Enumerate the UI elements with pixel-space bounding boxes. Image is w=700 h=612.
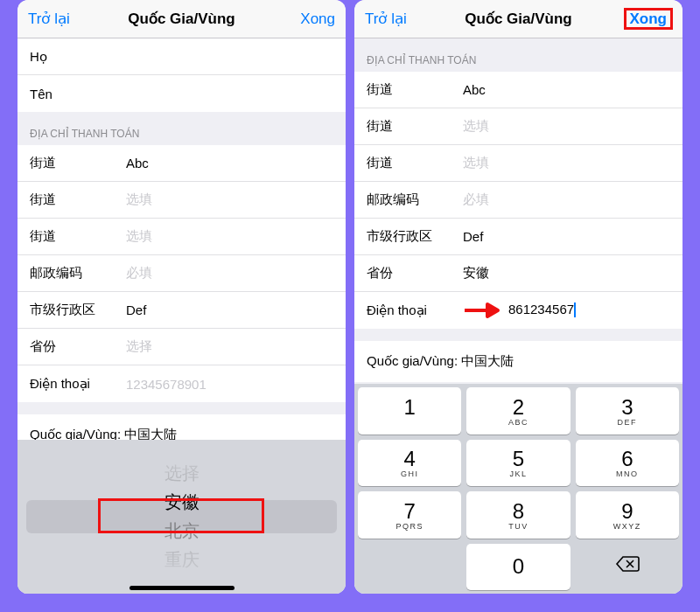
row-street3[interactable]: 街道选填 [18,219,346,255]
row-phone[interactable]: Điện thoại12345678901 [18,365,346,402]
nav-title: Quốc Gia/Vùng [465,10,571,28]
backspace-icon [615,555,640,578]
row-street1[interactable]: 街道Abc [18,145,346,182]
row-postal[interactable]: 邮政编码必填 [354,182,682,219]
row-firstname[interactable]: Tên [18,75,346,112]
numeric-keypad: 1 2ABC 3DEF 4GHI 5JKL 6MNO 7PQRS 8TUV 9W… [354,384,682,594]
row-city[interactable]: 市级行政区Def [354,219,682,255]
text-cursor [574,303,576,317]
province-picker[interactable]: 选择 安徽 北京 重庆 [18,440,346,594]
key-5[interactable]: 5JKL [466,440,570,487]
row-street3[interactable]: 街道选填 [354,145,682,182]
phone-right: Trở lại Quốc Gia/Vùng Xong ĐỊA CHỈ THANH… [354,0,682,594]
country-line[interactable]: Quốc gia/Vùng: 中国大陆 [354,341,682,382]
home-indicator[interactable] [130,586,234,590]
nav-back[interactable]: Trở lại [365,10,417,28]
row-province[interactable]: 省份安徽 [354,255,682,292]
key-2[interactable]: 2ABC [466,387,570,435]
nav-done[interactable]: Xong [283,10,335,28]
key-blank [358,544,461,591]
nav-title: Quốc Gia/Vùng [128,10,234,28]
nav-done[interactable]: Xong [620,10,672,28]
picker-item[interactable]: 重庆 [164,548,200,572]
row-lastname[interactable]: Họ [18,38,346,75]
nav-back[interactable]: Trở lại [28,10,80,28]
row-street2[interactable]: 街道选填 [18,182,346,219]
section-billing: ĐỊA CHỈ THANH TOÁN [18,112,346,145]
key-0[interactable]: 0 [466,544,570,591]
row-phone[interactable]: Điện thoại 861234567 [354,292,682,329]
key-backspace[interactable] [576,544,679,591]
key-8[interactable]: 8TUV [466,491,570,539]
key-4[interactable]: 4GHI [358,440,461,487]
picker-item[interactable]: 选择 [164,462,200,485]
key-7[interactable]: 7PQRS [358,491,461,539]
phone-left: Trở lại Quốc Gia/Vùng Xong Họ Tên ĐỊA CH… [18,0,346,594]
annotation-arrow-icon [463,302,503,319]
row-street2[interactable]: 街道选填 [354,108,682,145]
key-1[interactable]: 1 [358,387,461,435]
row-street1[interactable]: 街道Abc [354,72,682,108]
row-province[interactable]: 省份选择 [18,329,346,365]
key-6[interactable]: 6MNO [576,440,679,487]
navbar: Trở lại Quốc Gia/Vùng Xong [354,0,682,38]
navbar: Trở lại Quốc Gia/Vùng Xong [18,0,346,38]
section-billing: ĐỊA CHỈ THANH TOÁN [354,38,682,72]
row-city[interactable]: 市级行政区Def [18,292,346,329]
key-9[interactable]: 9WXYZ [576,491,679,539]
annotation-red-box [98,498,264,533]
key-3[interactable]: 3DEF [576,387,679,435]
row-postal[interactable]: 邮政编码必填 [18,255,346,292]
